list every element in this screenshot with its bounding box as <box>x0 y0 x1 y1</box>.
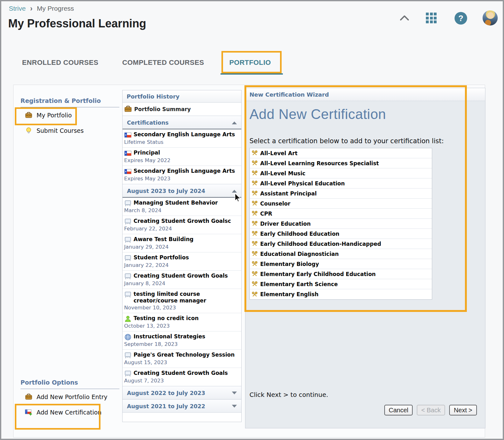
portfolio-history-panel: Portfolio History Portfolio Summary Cert… <box>122 90 242 422</box>
certification-option-counselor[interactable]: Counselor <box>250 199 432 209</box>
history-item-title: Principal <box>134 149 160 156</box>
wizard-footer-hint: Click Next > to continue. <box>249 391 328 398</box>
globe-icon <box>124 333 132 341</box>
certification-option-all-level-learning-resources-specialist[interactable]: All-Level Learning Resources Specialist <box>250 158 432 168</box>
person-icon <box>124 315 132 323</box>
portfolio-history-item[interactable]: Student PortfoliosJanuary 22, 2024 <box>123 252 241 271</box>
portfolio-history-item[interactable]: Secondary English Language ArtsExpires M… <box>123 166 241 184</box>
portfolio-history-item[interactable]: Testing no credit iconOctober 13, 2023 <box>123 313 241 331</box>
portfolio-icon <box>25 111 32 119</box>
history-item-title: Paige's Great Technology Session <box>134 352 235 358</box>
portfolio-icon <box>25 393 32 401</box>
sidebar-item-my-portfolio[interactable]: My Portfolio <box>20 107 119 123</box>
collapse-chevron-icon[interactable] <box>399 14 410 22</box>
portfolio-history-item[interactable]: PrincipalExpires May 2022 <box>123 148 241 166</box>
certification-option-label: Elementary Biology <box>260 261 319 267</box>
next-button[interactable]: Next > <box>449 405 477 415</box>
tab-portfolio[interactable]: PORTFOLIO <box>229 59 271 67</box>
certification-option-label: Elementary Early Childhood Education <box>260 271 376 277</box>
certification-add-icon <box>25 409 32 416</box>
history-item-title: Secondary English Language Arts <box>134 131 235 138</box>
presentation-icon <box>124 370 132 377</box>
certification-option-early-childhood-education[interactable]: Early Childhood Education <box>250 229 432 239</box>
history-item-title: Testing no credit icon <box>134 315 199 322</box>
certification-option-all-level-music[interactable]: All-Level Music <box>250 168 432 178</box>
new-certification-wizard-panel: New Certification Wizard Add New Certifi… <box>245 88 485 428</box>
breadcrumb-root-link[interactable]: Strive <box>9 5 26 12</box>
certification-option-label: Early Childhood Education <box>260 231 339 237</box>
certification-option-assistant-principal[interactable]: Assistant Principal <box>250 189 432 199</box>
section-label: August 2021 to July 2022 <box>127 403 205 409</box>
history-section-header-august-2022-to-july-2023[interactable]: August 2022 to July 2023 <box>123 386 241 399</box>
certification-option-label: Assistant Principal <box>260 190 317 197</box>
keys-icon <box>251 149 258 157</box>
portfolio-history-item[interactable]: Instructional StrategiesSeptember 18, 20… <box>123 331 241 350</box>
lightbulb-icon <box>25 127 32 134</box>
keys-icon <box>251 170 258 177</box>
apps-grid-icon[interactable] <box>426 13 437 23</box>
portfolio-history-item[interactable]: Creating Student Growth GoalsJanuary 8, … <box>123 271 241 289</box>
help-icon[interactable]: ? <box>455 12 467 25</box>
chevron-down-icon[interactable] <box>232 405 237 408</box>
certification-option-label: Educational Diagnostician <box>260 251 339 257</box>
certification-option-label: All-Level Art <box>260 150 297 156</box>
keys-icon <box>251 200 258 207</box>
keys-icon <box>251 180 258 187</box>
tab-enrolled-courses[interactable]: ENROLLED COURSES <box>22 59 98 67</box>
texas-flag-icon <box>124 168 132 175</box>
portfolio-summary-link[interactable]: Portfolio Summary <box>123 103 241 116</box>
portfolio-history-item[interactable]: Aware Test BuildingJanuary 29, 2024 <box>123 234 241 252</box>
history-item-date: March 8, 2024 <box>124 207 239 213</box>
history-item-date: August 7, 2023 <box>124 378 239 384</box>
sidebar-item-add-new-portfolio-entry[interactable]: Add New Portfolio Entry <box>20 389 119 404</box>
history-item-date: September 18, 2023 <box>124 341 239 347</box>
certification-option-label: CPR <box>260 211 272 217</box>
certification-option-elementary-early-childhood-education[interactable]: Elementary Early Childhood Education <box>250 269 432 279</box>
chevron-down-icon[interactable] <box>232 392 237 394</box>
certification-option-elementary-earth-science[interactable]: Elementary Earth Science <box>250 279 432 289</box>
sidebar-item-add-new-certification[interactable]: Add New Certification <box>20 404 119 420</box>
chevron-up-icon[interactable] <box>232 121 237 124</box>
portfolio-history-item[interactable]: Paige's Great Technology SessionAugust 1… <box>123 350 241 368</box>
certification-option-cpr[interactable]: CPR <box>250 209 432 219</box>
chevron-up-icon[interactable] <box>232 190 237 193</box>
portfolio-icon <box>124 105 132 113</box>
portfolio-history-item[interactable]: Creating Student Growth GoalsAugust 7, 2… <box>123 368 241 386</box>
wizard-instruction: Select a certification below to add to y… <box>249 137 444 145</box>
certification-option-educational-diagnostician[interactable]: Educational Diagnostician <box>250 249 432 259</box>
registration-portfolio-group: Registration & Portfolio My PortfolioSub… <box>20 95 119 138</box>
user-avatar[interactable] <box>483 10 498 25</box>
certification-option-all-level-art[interactable]: All-Level Art <box>250 148 432 158</box>
keys-icon <box>251 210 258 217</box>
history-item-date: January 29, 2024 <box>124 244 239 250</box>
back-button[interactable]: < Back <box>417 405 445 415</box>
tab-completed-courses[interactable]: COMPLETED COURSES <box>122 59 204 67</box>
certification-option-label: All-Level Physical Education <box>260 180 345 187</box>
portfolio-history-item[interactable]: Managing Student BehaviorMarch 8, 2024 <box>123 198 241 216</box>
certification-option-elementary-english[interactable]: Elementary English <box>250 289 432 299</box>
portfolio-history-item[interactable]: testing limited course creator/course ma… <box>123 289 241 313</box>
portfolio-history-item[interactable]: Secondary English Language ArtsLifetime … <box>123 129 241 148</box>
history-item-date: November 10, 2023 <box>124 305 239 311</box>
keys-icon <box>251 250 258 257</box>
history-item-title: Creating Student Growth Goals <box>134 273 228 279</box>
certification-option-elementary-biology[interactable]: Elementary Biology <box>250 259 432 269</box>
history-section-header-august-2023-to-july-2024[interactable]: August 2023 to July 2024 <box>123 184 241 198</box>
sidebar-item-submit-courses[interactable]: Submit Courses <box>20 123 119 138</box>
cancel-button[interactable]: Cancel <box>384 405 413 415</box>
keys-icon <box>251 280 258 288</box>
history-section-header-certifications[interactable]: Certifications <box>123 116 241 129</box>
certification-option-driver-education[interactable]: Driver Education <box>250 219 432 229</box>
presentation-icon <box>124 236 132 244</box>
history-section-header-august-2021-to-july-2022[interactable]: August 2021 to July 2022 <box>123 399 241 413</box>
page-title: My Professional Learning <box>8 17 146 30</box>
certification-option-all-level-physical-education[interactable]: All-Level Physical Education <box>250 178 432 189</box>
certification-option-label: Counselor <box>260 200 290 207</box>
portfolio-history-item[interactable]: Creating Student Growth GoalscFebruary 2… <box>123 216 241 234</box>
history-item-date: Expires May 2023 <box>124 176 239 182</box>
certification-option-label: Elementary Earth Science <box>260 281 338 287</box>
history-item-date: Lifetime Status <box>124 139 239 145</box>
keys-icon <box>251 230 258 237</box>
history-item-date: January 22, 2024 <box>124 262 239 268</box>
certification-option-early-childhood-education-handicapped[interactable]: Early Childhood Education-Handicapped <box>250 239 432 249</box>
